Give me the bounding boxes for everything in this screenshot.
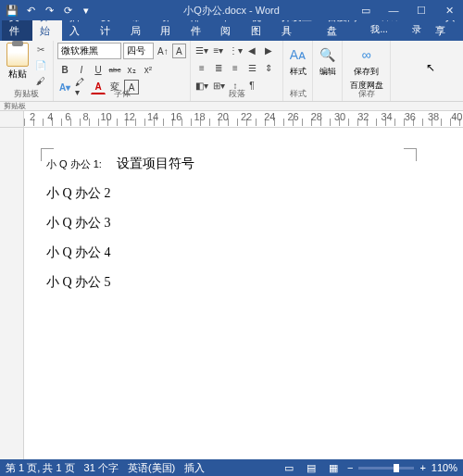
indent-left-icon[interactable]: ◀	[244, 43, 259, 57]
justify-icon[interactable]: ☰	[244, 60, 259, 75]
italic-button[interactable]: I	[74, 62, 89, 77]
horizontal-ruler[interactable]: 2468101214161820222426283032343638404244…	[24, 111, 463, 128]
zoom-level[interactable]: 110%	[432, 462, 457, 473]
group-editing: 🔍 编辑	[313, 41, 343, 101]
editing-button[interactable]: 🔍 编辑	[317, 43, 338, 99]
status-bar: 第 1 页, 共 1 页 31 个字 英语(美国) 插入 ▭ ▤ ▦ − + 1…	[0, 459, 463, 476]
group-paragraph: ☰▾ ≡▾ ⋮▾ ◀ ▶ ≡ ≣ ≡ ☰ ⇕ ◧▾ ⊞▾ ↕ ¶ 段落	[191, 41, 283, 101]
group-font: 微软雅黑 四号 A↑ A B I U abc x₂ x² A▾ 🖍▾ A 変 A…	[54, 41, 191, 101]
paragraph-group-label: 段落	[191, 88, 282, 100]
grow-font-icon[interactable]: A↑	[156, 44, 169, 58]
subscript-button[interactable]: x₂	[124, 62, 139, 77]
document-page[interactable]: 小 Q 办公 1:设置项目符号 小 Q 办公 2 小 Q 办公 3 小 Q 办公…	[24, 128, 463, 459]
zoom-slider[interactable]	[358, 467, 414, 470]
window-controls: ▭ — ☐ ✕	[352, 0, 463, 20]
crop-mark-tl	[41, 148, 54, 161]
align-right-icon[interactable]: ≡	[228, 60, 243, 75]
doc-line-1[interactable]: 小 Q 办公 1:设置项目符号	[46, 156, 441, 172]
baidu-group-label: 保存	[343, 88, 390, 100]
doc-line-2[interactable]: 小 Q 办公 2	[46, 185, 441, 202]
close-icon[interactable]: ✕	[435, 0, 463, 20]
styles-label: 样式	[290, 66, 307, 78]
doc-line-5[interactable]: 小 Q 办公 5	[46, 274, 441, 291]
quick-access-toolbar: 💾 ↶ ↷ ⟳ ▾	[0, 4, 98, 17]
save-icon[interactable]: 💾	[6, 4, 19, 17]
bold-button[interactable]: B	[57, 62, 72, 77]
window-title: 小Q办公.docx - Word	[183, 4, 280, 18]
format-painter-icon[interactable]: 🖌	[32, 74, 49, 87]
find-icon: 🔍	[319, 45, 337, 64]
callout-text: 设置项目符号	[117, 156, 194, 170]
ribbon-options-icon[interactable]: ▭	[352, 0, 380, 20]
status-lang[interactable]: 英语(美国)	[128, 461, 175, 475]
menu-bar: 文件 开始 插入 设计 布局 引用 邮件 审阅 视图 开发工具 百度网盘 ♀ 告…	[0, 20, 463, 41]
status-words[interactable]: 31 个字	[84, 461, 119, 475]
status-page[interactable]: 第 1 页, 共 1 页	[6, 461, 75, 475]
print-layout-icon[interactable]: ▤	[303, 461, 319, 474]
status-insert[interactable]: 插入	[184, 461, 205, 475]
baidu-label1: 保存到	[354, 66, 379, 78]
doc-line-3[interactable]: 小 Q 办公 3	[46, 215, 441, 232]
paste-icon	[6, 43, 29, 67]
strike-button[interactable]: abc	[107, 62, 122, 77]
editing-label: 编辑	[319, 66, 336, 78]
group-clipboard: 粘贴 ✂ 📄 🖌 剪贴板	[0, 41, 54, 101]
group-baidu: ∞ 保存到 百度网盘 保存	[343, 41, 391, 101]
indent-right-icon[interactable]: ▶	[261, 43, 276, 57]
ribbon: 粘贴 ✂ 📄 🖌 剪贴板 微软雅黑 四号 A↑ A B I U abc x₂	[0, 41, 463, 102]
title-bar: 💾 ↶ ↷ ⟳ ▾ 小Q办公.docx - Word ▭ — ☐ ✕	[0, 0, 463, 20]
refresh-icon[interactable]: ⟳	[61, 4, 74, 17]
font-group-label: 字体	[54, 88, 190, 100]
maximize-icon[interactable]: ☐	[407, 0, 435, 20]
doc-line-4[interactable]: 小 Q 办公 4	[46, 244, 441, 261]
numbering-icon[interactable]: ≡▾	[211, 43, 226, 57]
clear-format-icon[interactable]: A	[172, 44, 186, 58]
align-center-icon[interactable]: ≣	[211, 60, 226, 75]
font-size-combo[interactable]: 四号	[123, 43, 154, 59]
line-spacing-icon[interactable]: ⇕	[261, 60, 276, 75]
align-left-icon[interactable]: ≡	[194, 60, 209, 75]
undo-icon[interactable]: ↶	[24, 4, 37, 17]
crop-mark-tr	[404, 148, 417, 161]
zoom-in-icon[interactable]: +	[419, 462, 425, 473]
redo-icon[interactable]: ↷	[43, 4, 56, 17]
qat-more-icon[interactable]: ▾	[80, 4, 93, 17]
styles-group-label: 样式	[283, 88, 312, 100]
paste-label: 粘贴	[8, 68, 27, 81]
copy-icon[interactable]: 📄	[32, 58, 49, 71]
zoom-out-icon[interactable]: −	[347, 462, 353, 473]
font-name-combo[interactable]: 微软雅黑	[57, 43, 121, 59]
superscript-button[interactable]: x²	[141, 62, 156, 77]
bullets-icon[interactable]: ☰▾	[194, 43, 209, 57]
ruler-numbers: 2468101214161820222426283032343638404244…	[30, 111, 463, 122]
ruler-area: 2468101214161820222426283032343638404244…	[0, 111, 463, 128]
web-layout-icon[interactable]: ▦	[325, 461, 342, 474]
baidu-icon: ∞	[357, 45, 376, 64]
ruler-corner	[0, 111, 24, 128]
vertical-ruler[interactable]	[0, 128, 24, 459]
minimize-icon[interactable]: —	[380, 0, 407, 20]
multilevel-icon[interactable]: ⋮▾	[228, 43, 243, 57]
cut-icon[interactable]: ✂	[32, 43, 49, 56]
document-area: 小 Q 办公 1:设置项目符号 小 Q 办公 2 小 Q 办公 3 小 Q 办公…	[0, 128, 463, 459]
cursor-icon: ↖	[426, 61, 435, 74]
read-mode-icon[interactable]: ▭	[281, 461, 297, 474]
clipboard-pane-label[interactable]: 剪贴板	[0, 102, 463, 111]
underline-button[interactable]: U	[91, 62, 106, 77]
group-styles: Aᴀ 样式 样式	[283, 41, 313, 101]
clipboard-group-label: 剪贴板	[0, 88, 53, 100]
styles-icon: Aᴀ	[289, 45, 307, 64]
